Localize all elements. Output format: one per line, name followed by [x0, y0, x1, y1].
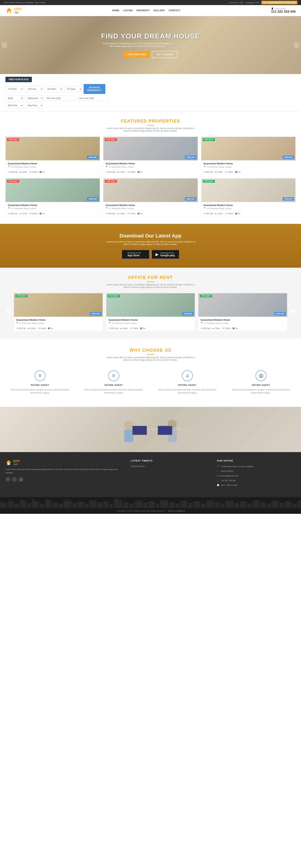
svg-rect-25	[45, 500, 52, 508]
property-card[interactable]: FOR SALE $389,000 Guaranteed Modern Home…	[103, 137, 198, 175]
office-next-btn[interactable]: ›	[291, 310, 296, 315]
location-icon: 📍	[217, 465, 219, 468]
main-nav: HOME LISTING PROPERTY GALLERY CONTACT	[112, 9, 180, 12]
property-card[interactable]: FOR SALE $299,000 Guaranteed Modern Home…	[5, 137, 100, 175]
logo-icon	[5, 7, 13, 14]
get-quote-btn[interactable]: GET A QUOTE	[152, 51, 177, 58]
googleplus-icon[interactable]: g	[19, 477, 24, 482]
footer-tweets: LATEST TWEETS fetching Tweets...	[131, 459, 210, 488]
bathrooms-select[interactable]: Bathrooms	[25, 95, 43, 101]
googleplay-btn[interactable]: ▶ Download on the Google play	[152, 250, 179, 259]
cities-select[interactable]: All Cities	[5, 86, 24, 92]
property-info: Guaranteed Modern Home 📍 14 Tottenham Ro…	[6, 160, 100, 175]
office-parking: 🅿 Yes	[48, 328, 53, 330]
areas-select[interactable]: All Areas	[25, 86, 43, 92]
property-name: Guaranteed Modern Home	[204, 204, 293, 207]
svg-rect-35	[98, 502, 103, 508]
property-image: FOR SALE $389,000	[103, 179, 198, 202]
svg-rect-1	[8, 11, 10, 13]
parking-feature: 🅿 Yes	[235, 213, 241, 215]
office-email: buyctest@gmail.com	[220, 474, 238, 478]
office-card[interactable]: FOR RENT $399,000 Guaranteed Modern Home…	[106, 293, 195, 331]
location-text: 14 Tottenham Road, London	[11, 166, 36, 168]
max-area-input[interactable]	[77, 96, 109, 101]
nav-property[interactable]: PROPERTY	[137, 9, 150, 12]
property-card[interactable]: FOR RENT $389,000 Guaranteed Modern Home…	[201, 178, 296, 217]
office-title-block: OFFICE FOR RENT Lorem ipsum dolor sit am…	[5, 275, 296, 288]
property-features: ✕ 2000 Sqft 🛏 3 Beds 🚿 3 Baths 🅿 Yes	[204, 211, 293, 215]
property-name: Guaranteed Modern Home	[8, 162, 97, 165]
search-property-btn[interactable]: SEARCHPROPERTY	[84, 84, 106, 94]
facebook-icon[interactable]: f	[5, 477, 10, 482]
appstore-btn[interactable]: Download on the App Store	[122, 250, 149, 259]
sqft-feature: ✕ 2000 Sqft	[204, 213, 213, 215]
office-extra-row: 📞 +64 062 155 000	[217, 479, 296, 483]
city-skyline	[0, 497, 301, 508]
clock-icon: 🕐	[217, 484, 219, 487]
terms-link[interactable]: Terms & Conditions	[168, 510, 185, 512]
office-location: 📍 14 Tottenham Road, London	[16, 322, 100, 324]
max-price-select[interactable]: Max Price	[25, 103, 43, 108]
types-select[interactable]: All Types	[64, 86, 82, 92]
office-name: Guaranteed Modern Home	[109, 318, 193, 321]
office-parking: 🅿 Yes	[233, 328, 238, 330]
office-features: ✕ 2000 Sqft 🛏 2 Beds 🚿 2 Baths 🅿 Yes	[201, 326, 285, 330]
why-icon-1: ⚙	[108, 370, 119, 381]
baths-feature: 🚿 3 Baths	[127, 213, 136, 215]
min-price-select[interactable]: Min Price	[5, 103, 24, 108]
property-image: FOR RENT $389,000	[201, 179, 295, 202]
why-item-title: PAYING GUEST	[83, 384, 145, 386]
why-heading: WHY CHOOSE US	[5, 348, 296, 353]
nav-contact[interactable]: CONTACT	[169, 9, 180, 12]
office-image: FOR RENT $399,000	[106, 293, 195, 317]
property-card[interactable]: FOR SALE $399,000 Guaranteed Modern Home…	[5, 178, 100, 217]
svg-rect-67	[298, 500, 301, 508]
property-price-badge: $389,000	[283, 197, 294, 200]
nav-home[interactable]: HOME	[112, 9, 119, 12]
svg-rect-41	[129, 503, 134, 508]
office-info: Guaranteed Modern Home 📍 14 Tottenham Ro…	[14, 317, 102, 331]
office-image: FOR RENT $389,000	[199, 293, 287, 317]
parking-feature: 🅿 Yes	[40, 213, 45, 215]
property-card[interactable]: FOR SALE $389,000 Guaranteed Modern Home…	[103, 178, 198, 217]
office-card[interactable]: FOR RENT $389,000 Guaranteed Modern Home…	[198, 293, 287, 331]
language-label: Language: ENG	[245, 1, 260, 4]
svg-rect-56	[225, 501, 234, 508]
nav-gallery[interactable]: GALLERY	[153, 9, 165, 12]
property-image: FOR SALE $299,000	[6, 137, 100, 160]
why-icon-2: 🖨	[182, 370, 193, 381]
location-pin-icon: 📍	[204, 207, 206, 210]
office-cards: FOR RENT $389,000 Guaranteed Modern Home…	[14, 293, 287, 331]
status-select[interactable]: All Status	[44, 86, 63, 92]
office-sqft: ✕ 2000 Sqft	[109, 328, 118, 330]
office-phone: (020) asd2302	[221, 469, 234, 473]
property-image: FOR RENT $389,000	[201, 137, 295, 160]
why-item-text: Dolor sit amet consectetuer sed diam non…	[9, 388, 71, 394]
office-prev-btn[interactable]: ‹	[5, 310, 10, 315]
hero-next-btn[interactable]: ›	[294, 42, 299, 48]
office-name: Guaranteed Modern Home	[201, 318, 285, 321]
beds-select[interactable]: Beds	[5, 95, 24, 101]
why-title-underline	[147, 354, 154, 355]
why-item: 🖨 PAYING GUEST Dolor sit amet consectetu…	[153, 367, 222, 398]
featured-section: FEATURED PROPERTIES Lorem ipsum dolor si…	[0, 111, 301, 224]
office-info: Guaranteed Modern Home 📍 14 Tottenham Ro…	[106, 317, 195, 331]
svg-rect-59	[247, 503, 251, 508]
twitter-icon[interactable]: t	[12, 477, 17, 482]
svg-rect-65	[285, 501, 292, 508]
phone-icon: 📞	[217, 469, 219, 473]
min-area-input[interactable]	[45, 96, 76, 101]
office-card[interactable]: FOR RENT $389,000 Guaranteed Modern Home…	[14, 293, 103, 331]
why-item-text: Dolor sit amet consectetuer sed diam non…	[156, 388, 218, 394]
baths-feature: 🚿 3 Baths	[127, 171, 136, 173]
skyline-svg	[0, 497, 301, 508]
property-location: 📍 14 Tottenham Road, London	[204, 207, 293, 210]
nav-listing[interactable]: LISTING	[123, 9, 133, 12]
property-card[interactable]: FOR RENT $389,000 Guaranteed Modern Home…	[201, 137, 296, 175]
svg-rect-28	[59, 503, 62, 508]
get-property-btn[interactable]: GET YOUR PROPERTY FOR FREE	[261, 1, 297, 4]
footer-grid: CITY night Lorem ipsum dolor sit amet co…	[5, 459, 296, 488]
hero-prev-btn[interactable]: ‹	[2, 42, 7, 48]
our-services-btn[interactable]: OUR SERVICES	[124, 51, 150, 58]
sqft-feature: ✕ 3000 Sqft	[106, 171, 115, 173]
